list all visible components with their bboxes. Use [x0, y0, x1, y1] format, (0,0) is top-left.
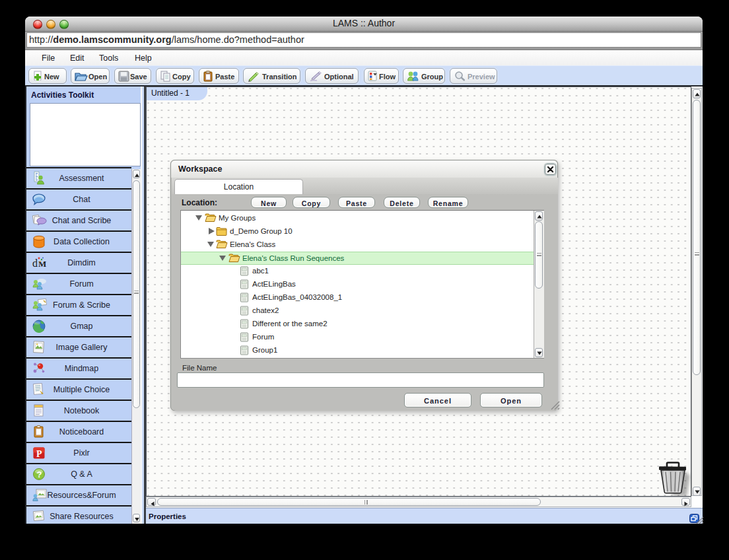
svg-text:?: ? — [37, 470, 42, 479]
svg-text:P: P — [36, 449, 42, 459]
svg-text:d: d — [32, 258, 38, 269]
